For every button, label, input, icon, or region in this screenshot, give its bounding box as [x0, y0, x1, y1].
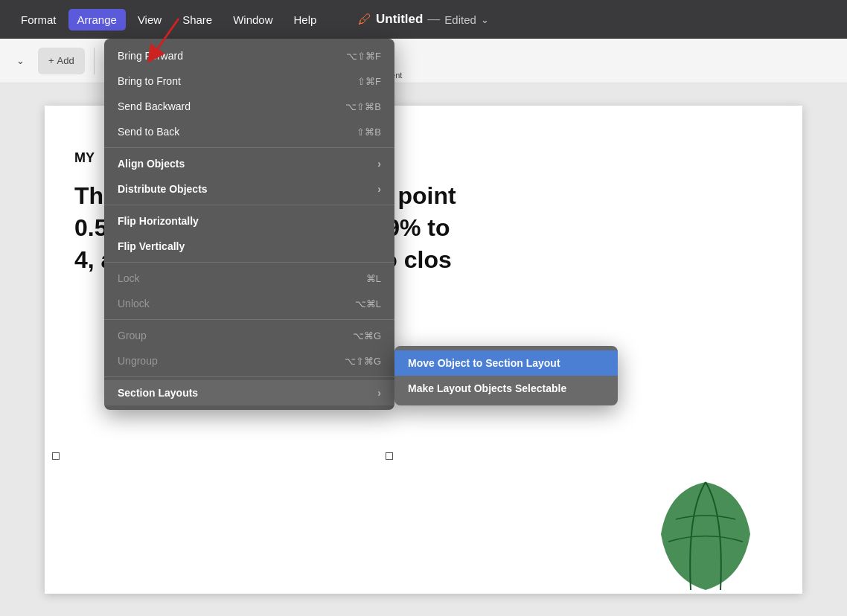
- menubar-item-share[interactable]: Share: [173, 9, 221, 31]
- menubar-item-window[interactable]: Window: [224, 9, 281, 31]
- menu-item-bring-forward[interactable]: Bring Forward ⌥⇧⌘F: [104, 43, 394, 68]
- menu-item-send-backward[interactable]: Send Backward ⌥⇧⌘B: [104, 94, 394, 119]
- selection-handle-1: [52, 452, 60, 460]
- bring-forward-shortcut: ⌥⇧⌘F: [346, 51, 381, 62]
- menu-item-unlock[interactable]: Unlock ⌥⌘L: [104, 291, 394, 316]
- separator-5: [104, 376, 394, 377]
- distribute-objects-label: Distribute Objects: [118, 183, 208, 195]
- edited-label: Edited: [444, 13, 476, 26]
- lock-label: Lock: [118, 272, 140, 284]
- align-objects-arrow-icon: ›: [377, 158, 381, 170]
- menubar: Format Arrange View Share Window Help 🖊 …: [0, 0, 847, 39]
- separator-1: [104, 147, 394, 148]
- menubar-item-arrange[interactable]: Arrange: [68, 9, 126, 31]
- ungroup-shortcut: ⌥⇧⌘G: [345, 356, 381, 367]
- menu-item-send-to-back[interactable]: Send to Back ⇧⌘B: [104, 119, 394, 144]
- unlock-label: Unlock: [118, 298, 150, 309]
- send-to-back-shortcut: ⇧⌘B: [357, 126, 381, 138]
- group-label: Group: [118, 330, 147, 341]
- make-selectable-label: Make Layout Objects Selectable: [408, 382, 566, 394]
- separator-3: [104, 262, 394, 263]
- lock-shortcut: ⌘L: [366, 273, 381, 284]
- align-objects-label: Align Objects: [118, 158, 185, 170]
- page-label: MY: [74, 150, 95, 166]
- arrange-dropdown-menu: Bring Forward ⌥⇧⌘F Bring to Front ⇧⌘F Se…: [104, 39, 394, 410]
- bring-forward-label: Bring Forward: [118, 50, 183, 62]
- flip-horizontally-label: Flip Horizontally: [118, 215, 199, 227]
- distribute-objects-arrow-icon: ›: [377, 183, 381, 195]
- chevron-down-icon: ⌄: [16, 55, 25, 66]
- menu-item-flip-vertically[interactable]: Flip Vertically: [104, 234, 394, 259]
- flip-vertically-label: Flip Vertically: [118, 240, 185, 252]
- send-backward-shortcut: ⌥⇧⌘B: [345, 101, 381, 112]
- chevron-down-icon: ⌄: [481, 14, 489, 25]
- toolbar-view-toggle[interactable]: ⌄: [9, 48, 32, 74]
- send-to-back-label: Send to Back: [118, 126, 179, 138]
- submenu-item-move-object[interactable]: Move Object to Section Layout: [394, 350, 618, 376]
- bring-to-front-shortcut: ⇧⌘F: [357, 76, 381, 87]
- separator-4: [104, 319, 394, 320]
- selection-handle-2: [386, 452, 393, 460]
- menubar-item-view[interactable]: View: [129, 9, 170, 31]
- title-separator: —: [427, 12, 440, 27]
- menu-item-flip-horizontally[interactable]: Flip Horizontally: [104, 208, 394, 234]
- menubar-item-help[interactable]: Help: [285, 9, 326, 31]
- menu-item-distribute-objects[interactable]: Distribute Objects ›: [104, 176, 394, 202]
- bring-to-front-label: Bring to Front: [118, 75, 181, 87]
- menu-item-ungroup[interactable]: Ungroup ⌥⇧⌘G: [104, 348, 394, 373]
- move-object-label: Move Object to Section Layout: [408, 357, 560, 369]
- section-layouts-label: Section Layouts: [118, 387, 198, 399]
- toolbar-separator: [94, 48, 95, 74]
- add-label: Add: [57, 55, 74, 66]
- separator-2: [104, 205, 394, 205]
- document-name: Untitled: [376, 12, 423, 27]
- send-backward-label: Send Backward: [118, 100, 191, 112]
- section-layouts-arrow-icon: ›: [377, 387, 381, 399]
- menu-item-lock[interactable]: Lock ⌘L: [104, 266, 394, 291]
- menubar-item-format[interactable]: Format: [12, 9, 65, 31]
- plus-icon: +: [48, 55, 54, 66]
- menu-item-bring-to-front[interactable]: Bring to Front ⇧⌘F: [104, 68, 394, 94]
- document-title[interactable]: 🖊 Untitled — Edited ⌄: [358, 12, 489, 28]
- menu-item-section-layouts[interactable]: Section Layouts › Move Object to Section…: [104, 380, 394, 405]
- menu-item-group[interactable]: Group ⌥⌘G: [104, 323, 394, 348]
- submenu-item-make-selectable[interactable]: Make Layout Objects Selectable: [394, 376, 618, 401]
- ungroup-label: Ungroup: [118, 355, 158, 367]
- unlock-shortcut: ⌥⌘L: [355, 298, 381, 309]
- document-icon: 🖊: [358, 12, 371, 28]
- menu-item-align-objects[interactable]: Align Objects ›: [104, 151, 394, 176]
- leaf-graphic: [653, 475, 758, 594]
- group-shortcut: ⌥⌘G: [353, 330, 381, 341]
- section-layouts-submenu: Move Object to Section Layout Make Layou…: [394, 346, 618, 405]
- add-button[interactable]: + Add: [38, 48, 85, 74]
